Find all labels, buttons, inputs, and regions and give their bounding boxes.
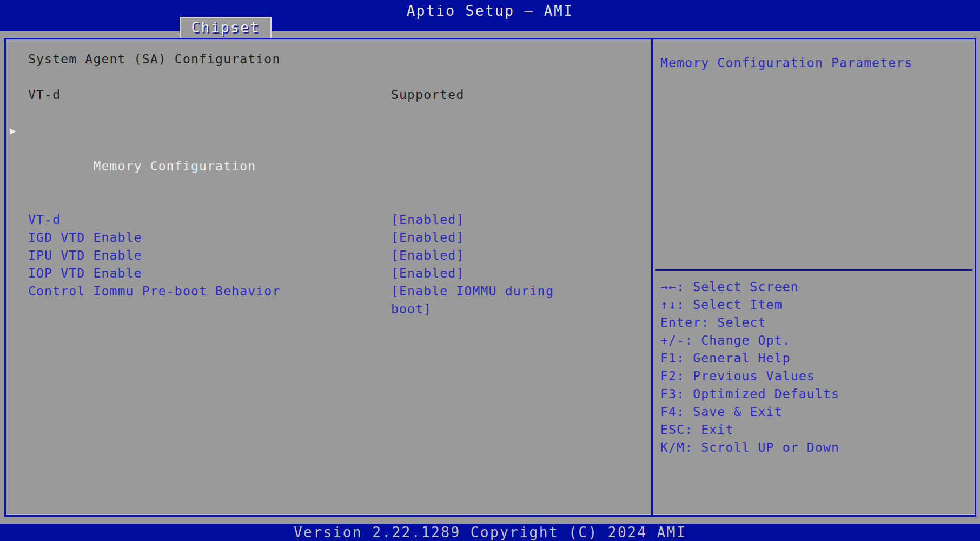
- option-igd-vtd-enable[interactable]: IGD VTD Enable [Enabled]: [28, 229, 651, 247]
- footer-bar: Version 2.22.1289 Copyright (C) 2024 AMI: [0, 524, 980, 541]
- option-ipu-vtd-enable[interactable]: IPU VTD Enable [Enabled]: [28, 247, 651, 265]
- tab-chipset-label: Chipset: [191, 18, 260, 36]
- option-label: IGD VTD Enable: [28, 229, 391, 247]
- option-value: [Enabled]: [391, 247, 578, 265]
- option-label: Control Iommu Pre-boot Behavior: [28, 282, 391, 318]
- info-label: VT-d: [28, 86, 391, 104]
- option-value: [Enable IOMMU during boot]: [391, 282, 578, 318]
- option-value: [Enabled]: [391, 211, 578, 229]
- hotkey-select-item: ↑↓: Select Item: [660, 296, 968, 314]
- help-pane: Memory Configuration Parameters →←: Sele…: [653, 39, 975, 515]
- app-title: Aptio Setup – AMI: [0, 0, 980, 19]
- help-divider: [655, 269, 972, 270]
- tab-chipset[interactable]: Chipset: [180, 17, 272, 38]
- spacer: [28, 193, 651, 211]
- submenu-label: Memory Configuration: [93, 159, 256, 173]
- option-value: [Enabled]: [391, 265, 578, 282]
- settings-pane: System Agent (SA) Configuration VT-d Sup…: [6, 39, 653, 515]
- option-value: [Enabled]: [391, 229, 578, 247]
- option-control-iommu-pre-boot-behavior[interactable]: Control Iommu Pre-boot Behavior [Enable …: [28, 282, 651, 318]
- option-label: IPU VTD Enable: [28, 247, 391, 265]
- option-label: IOP VTD Enable: [28, 265, 391, 282]
- spacer: [28, 104, 651, 122]
- hotkey-change-opt: +/-: Change Opt.: [660, 332, 968, 349]
- hotkey-list: →←: Select Screen ↑↓: Select Item Enter:…: [660, 278, 968, 457]
- option-iop-vtd-enable[interactable]: IOP VTD Enable [Enabled]: [28, 265, 651, 282]
- hotkey-f2-previous-values: F2: Previous Values: [660, 367, 968, 385]
- bios-setup-screen: Aptio Setup – AMI Chipset System Agent (…: [0, 0, 980, 541]
- header-bar: Aptio Setup – AMI: [0, 0, 980, 31]
- section-title: System Agent (SA) Configuration: [28, 50, 651, 68]
- info-row-vtd-capability: VT-d Supported: [28, 86, 651, 104]
- info-value: Supported: [391, 86, 578, 104]
- submenu-memory-configuration[interactable]: ▶ Memory Configuration: [28, 122, 651, 193]
- option-vt-d[interactable]: VT-d [Enabled]: [28, 211, 651, 229]
- hotkey-km-scroll: K/M: Scroll UP or Down: [660, 439, 968, 457]
- option-label: VT-d: [28, 211, 391, 229]
- item-help-text: Memory Configuration Parameters: [660, 54, 968, 72]
- hotkey-select-screen: →←: Select Screen: [660, 278, 968, 296]
- main-frame: System Agent (SA) Configuration VT-d Sup…: [4, 38, 976, 517]
- version-text: Version 2.22.1289 Copyright (C) 2024 AMI: [0, 524, 980, 541]
- hotkey-f1-general-help: F1: General Help: [660, 349, 968, 367]
- submenu-arrow-icon: ▶: [10, 122, 17, 140]
- hotkey-esc-exit: ESC: Exit: [660, 421, 968, 439]
- hotkey-enter-select: Enter: Select: [660, 314, 968, 332]
- spacer: [28, 68, 651, 86]
- hotkey-f3-optimized-defaults: F3: Optimized Defaults: [660, 385, 968, 403]
- hotkey-f4-save-exit: F4: Save & Exit: [660, 403, 968, 421]
